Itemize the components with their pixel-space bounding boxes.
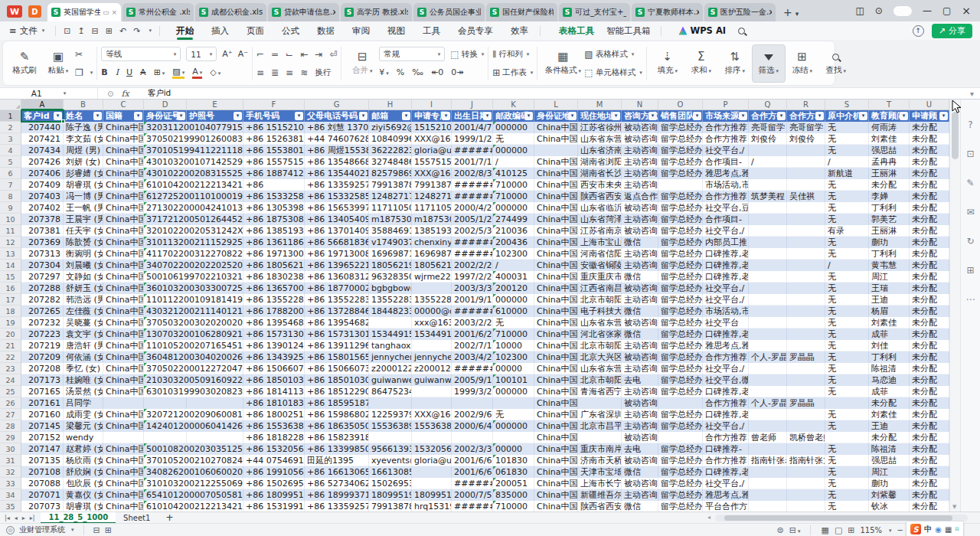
cell[interactable]: 未分配 (910, 455, 949, 466)
cell[interactable]: 358846913 (369, 225, 412, 237)
cell[interactable] (658, 179, 703, 191)
row-number[interactable]: 9 (0, 202, 21, 214)
cell[interactable]: 150269534 (369, 478, 412, 489)
cell[interactable] (749, 317, 787, 328)
cell[interactable]: 153205635 (412, 443, 452, 455)
cell[interactable]: 210303200509160922 (144, 374, 243, 386)
cell[interactable]: 微信 (622, 466, 658, 478)
cell[interactable] (103, 432, 144, 443)
cell[interactable]: 124827175 (412, 191, 452, 202)
cell[interactable]: 无 (825, 202, 869, 214)
cell[interactable]: 207209 (21, 351, 64, 363)
cell[interactable]: +86 18874129 (243, 168, 305, 179)
cell[interactable]: 雅思考点,雅 (703, 340, 749, 351)
column-letter-O[interactable]: O (658, 100, 703, 110)
cell[interactable]: +44 7460762888 (305, 133, 369, 145)
cell[interactable]: XXX@163.c (412, 409, 452, 420)
cell[interactable]: +86 1391129694 (305, 340, 369, 351)
cell[interactable]: 2002/8/31 (452, 168, 493, 179)
cell[interactable]: jennychen (412, 351, 452, 363)
cell[interactable]: +86 1360831276 (305, 271, 369, 283)
header-filter-button[interactable]: ▾ (359, 112, 368, 120)
column-header-J[interactable]: 出生日期▾ (452, 110, 493, 122)
insert-function-icon[interactable]: ⊙ (107, 90, 113, 98)
cell[interactable]: 未分配 (910, 202, 949, 214)
cell[interactable] (825, 397, 869, 409)
cell[interactable]: 去电 (622, 374, 658, 386)
board-icon[interactable]: ⊟ (93, 525, 100, 535)
cell[interactable]: China中国 (534, 168, 578, 179)
indent-decrease-icon[interactable]: ⇤ (300, 49, 308, 60)
cell[interactable]: 无 (825, 466, 869, 478)
column-header-C[interactable]: 国籍▾ (103, 110, 144, 122)
menu-item-插入[interactable]: 插入 (211, 22, 230, 40)
cell[interactable]: 合作方推荐 (703, 351, 749, 363)
cell[interactable]: China中国 (103, 260, 144, 271)
cell[interactable] (749, 237, 787, 248)
cell[interactable] (749, 363, 787, 374)
cell[interactable]: 未分配 (869, 179, 910, 191)
document-tab[interactable]: S常州公积金 .xlsx (122, 3, 194, 21)
document-tab[interactable]: S医护五险一金.xlsx (704, 3, 776, 21)
column-header-N[interactable]: 咨询方式▾ (622, 110, 658, 122)
cell[interactable]: 山东省东营 (578, 363, 622, 374)
cell[interactable] (187, 432, 243, 443)
row-number[interactable]: 13 (0, 248, 21, 260)
cell[interactable] (787, 374, 825, 386)
cell[interactable]: 王瑞 (869, 283, 910, 294)
cell[interactable]: 安徽省铜陵 (578, 260, 622, 271)
font-name-select[interactable]: 等线▾ (101, 47, 181, 61)
cell[interactable]: 留学总经办 (658, 478, 703, 489)
cell[interactable]: 207147 (21, 443, 64, 455)
spreadsheet-grid[interactable]: ABCDEFGHIJKLMNOPQRSTU1客户id▾姓名▾国籍▾身份证号▾护照… (0, 100, 949, 511)
row-number[interactable]: 18 (0, 306, 21, 317)
cell[interactable]: 成菲 (869, 386, 910, 397)
cell[interactable]: 亮哥留学 (749, 122, 787, 133)
header-filter-button[interactable]: ▾ (777, 112, 786, 120)
menu-item-工具[interactable]: 工具 (422, 22, 441, 40)
cell[interactable]: China中国 (103, 466, 144, 478)
cell[interactable]: 710000 (493, 501, 534, 511)
cell[interactable]: 衡琬明 (女 (64, 248, 103, 260)
cell[interactable]: 未分配 (910, 328, 949, 340)
cell[interactable]: China中国 (103, 374, 144, 386)
column-header-S[interactable]: 原中介机▾ (825, 110, 869, 122)
cell[interactable]: 无 (825, 122, 869, 133)
cell[interactable]: 市场活动,市 (703, 306, 749, 317)
increase-decimal-icon[interactable]: 0↠ (451, 67, 463, 77)
cell[interactable]: China中国 (103, 489, 144, 501)
cell[interactable]: 430102200208315525 (144, 168, 243, 179)
cell[interactable] (749, 466, 787, 478)
header-filter-button[interactable]: ▾ (815, 112, 824, 120)
cell[interactable]: +86 1580156591 (305, 351, 369, 363)
cell[interactable]: 被动咨询 (622, 122, 658, 133)
scroll-left-icon[interactable]: ◂ (707, 514, 710, 521)
cell[interactable]: 丁利利 (869, 202, 910, 214)
cell[interactable]: 强思喆 (869, 145, 910, 156)
header-filter-button[interactable]: ▾ (859, 112, 867, 120)
cell[interactable]: 无 (825, 294, 869, 306)
cell[interactable] (658, 397, 703, 409)
cell[interactable]: 留学总经办 (658, 168, 703, 179)
cell[interactable]: xyevents@ (369, 455, 412, 466)
cell[interactable]: m1875308 (369, 214, 412, 225)
cell[interactable]: guiwanwei (412, 374, 452, 386)
prev-sheet-icon[interactable]: ◂ (15, 515, 18, 521)
cell[interactable]: 100101 (493, 374, 534, 386)
cell[interactable]: 610104200212213421 (144, 179, 243, 191)
cell[interactable]: 山东省菏泽 (578, 214, 622, 225)
sum-button[interactable]: Σ 求和▾ (684, 44, 718, 83)
cell[interactable]: 电子科技大 (578, 306, 622, 317)
cell[interactable]: 无 (825, 420, 869, 432)
cell[interactable]: +86 1354866895 (305, 156, 369, 168)
cell[interactable]: 155363896 (412, 420, 452, 432)
cell[interactable]: 2003/2/2 (452, 317, 493, 328)
cell[interactable]: 合作方推荐 (703, 432, 749, 443)
row-number[interactable]: 16 (0, 283, 21, 294)
sogou-logo-icon[interactable]: S (910, 524, 921, 534)
cell[interactable] (749, 283, 787, 294)
cell[interactable]: 指南针张龙 (787, 455, 825, 466)
column-letter-F[interactable]: F (243, 100, 305, 110)
number-format-select[interactable]: 常规▾ (379, 47, 445, 61)
close-tab-icon[interactable]: × (111, 8, 117, 16)
